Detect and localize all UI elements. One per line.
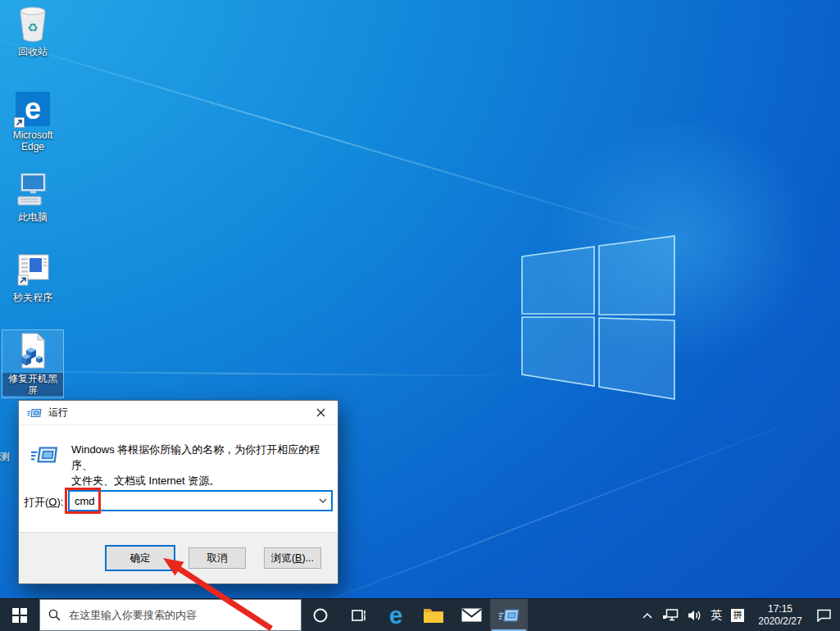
hidden-desktop-icon-label: 测 xyxy=(0,450,11,464)
open-field-label: 打开(O): xyxy=(24,495,63,510)
ime-language-indicator[interactable]: 英 xyxy=(711,608,722,623)
this-pc-icon xyxy=(15,169,51,208)
taskbar-file-explorer-button[interactable] xyxy=(415,599,452,631)
cancel-button[interactable]: 取消 xyxy=(188,547,246,569)
hidden-icons-chevron-icon[interactable] xyxy=(642,611,653,620)
combobox-dropdown-icon[interactable] xyxy=(315,498,331,503)
taskbar-empty-area xyxy=(528,599,642,631)
volume-icon[interactable] xyxy=(688,610,702,621)
ok-button[interactable]: 确定 xyxy=(105,545,175,571)
run-icon xyxy=(27,407,42,419)
desktop-icon-this-pc[interactable]: 此电脑 xyxy=(0,169,66,223)
search-input[interactable] xyxy=(69,609,293,621)
edge-icon: e xyxy=(389,603,403,628)
action-center-icon[interactable] xyxy=(816,609,832,622)
mail-icon xyxy=(461,608,482,622)
dialog-title: 运行 xyxy=(48,406,303,420)
shortcut-arrow-icon xyxy=(14,117,25,128)
network-icon[interactable] xyxy=(662,609,679,621)
windows-start-icon xyxy=(12,608,27,623)
wallpaper-light-ray xyxy=(0,370,541,377)
cortana-button[interactable] xyxy=(302,599,339,631)
clock-date: 2020/2/27 xyxy=(753,615,807,628)
desktop-icon-recycle-bin[interactable]: ♻ 回收站 xyxy=(0,3,66,57)
ime-mode-indicator[interactable]: 拼 xyxy=(731,609,744,622)
message-line-2: 文件夹、文档或 Internet 资源。 xyxy=(71,473,328,488)
clock-time: 17:15 xyxy=(753,603,807,615)
taskbar: e xyxy=(0,598,840,631)
svg-text:♻: ♻ xyxy=(27,20,38,34)
windows-logo-wallpaper xyxy=(516,229,680,406)
open-input[interactable] xyxy=(70,492,315,510)
recycle-bin-icon: ♻ xyxy=(16,3,49,43)
wallpaper-light-ray xyxy=(0,30,690,245)
file-explorer-icon xyxy=(423,606,444,624)
taskbar-clock[interactable]: 17:15 2020/2/27 xyxy=(753,603,807,628)
taskbar-edge-button[interactable]: e xyxy=(377,599,415,631)
desktop-icon-registry-fix[interactable]: 修复开机黑屏 xyxy=(2,329,64,398)
run-dialog: 运行 Windows 将根据你所输入的名称，为你打开相应的程序、 文件夹、文档或… xyxy=(18,400,338,584)
desktop-icon-program[interactable]: 秒关程序 xyxy=(0,249,66,303)
app-window-icon xyxy=(16,249,50,288)
search-icon xyxy=(48,609,61,621)
run-dialog-message: Windows 将根据你所输入的名称，为你打开相应的程序、 文件夹、文档或 In… xyxy=(30,442,328,488)
desktop-icon-label: 秒关程序 xyxy=(13,292,52,303)
message-line-1: Windows 将根据你所输入的名称，为你打开相应的程序、 xyxy=(71,442,328,473)
desktop: ♻ 回收站 e Microsoft Edge 此电脑 xyxy=(0,0,840,631)
task-view-button[interactable] xyxy=(339,599,377,631)
taskbar-run-button-active[interactable] xyxy=(490,599,528,631)
desktop-icon-microsoft-edge[interactable]: e Microsoft Edge xyxy=(0,87,66,152)
run-dialog-titlebar[interactable]: 运行 xyxy=(19,401,338,425)
edge-icon: e xyxy=(16,87,50,126)
taskbar-mail-button[interactable] xyxy=(452,599,490,631)
browse-button[interactable]: 浏览(B)... xyxy=(264,547,321,569)
registry-file-icon xyxy=(16,330,49,370)
taskbar-search-box[interactable] xyxy=(39,599,302,631)
run-icon xyxy=(498,607,520,624)
run-icon-large xyxy=(30,443,58,466)
cortana-icon xyxy=(312,607,329,624)
desktop-icon-label: 回收站 xyxy=(18,46,48,57)
open-combobox xyxy=(68,490,333,511)
desktop-icon-label: Microsoft Edge xyxy=(2,129,64,152)
start-button[interactable] xyxy=(0,599,39,631)
desktop-icon-label: 此电脑 xyxy=(18,211,48,223)
system-tray: 英 拼 17:15 2020/2/27 xyxy=(642,599,840,631)
task-view-icon xyxy=(349,606,367,624)
close-icon[interactable] xyxy=(303,401,338,424)
desktop-icon-label: 修复开机黑屏 xyxy=(2,373,63,396)
